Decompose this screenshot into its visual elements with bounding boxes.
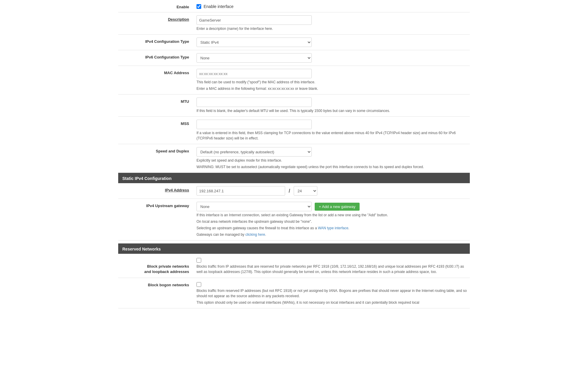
- mac-address-content: This field can be used to modify ("spoof…: [195, 69, 470, 91]
- mss-help: If a value is entered in this field, the…: [196, 130, 470, 141]
- speed-duplex-content: Default (no preference, typically autose…: [195, 147, 470, 170]
- enable-content: Enable interface: [195, 3, 470, 9]
- mac-address-help2: Enter a MAC address in the following for…: [196, 86, 470, 91]
- description-input[interactable]: GameServer: [196, 15, 312, 25]
- ipv6-config-type-select[interactable]: None Static IPv6 DHCPv6 SLAAC 6rd Tunnel…: [196, 53, 312, 63]
- description-help: Enter a description (name) for the inter…: [196, 26, 470, 31]
- block-bogon-checkbox[interactable]: [196, 282, 201, 287]
- gateway-help6-text: .: [265, 233, 266, 237]
- gateway-help5-text: Gateways can be managed by: [196, 233, 245, 237]
- block-private-label: Block private networks and loopback addr…: [118, 257, 195, 275]
- ipv4-config-type-select[interactable]: Static IPv4 None DHCP PPP PPPoE L2TP PPT…: [196, 38, 312, 47]
- description-row: Description GameServer Enter a descripti…: [118, 12, 470, 35]
- speed-duplex-help1: Explicitly set speed and duplex mode for…: [196, 158, 470, 163]
- ipv6-config-type-content: None Static IPv6 DHCPv6 SLAAC 6rd Tunnel…: [195, 53, 470, 63]
- gateway-help3: Selecting an upstream gateway causes the…: [196, 225, 470, 231]
- gateway-help1: If this interface is an Internet connect…: [196, 212, 470, 218]
- block-private-row: Block private networks and loopback addr…: [118, 254, 470, 278]
- ipv4-slash: /: [287, 188, 291, 194]
- block-private-content: Blocks traffic from IP addresses that ar…: [195, 257, 470, 274]
- mac-address-row: MAC Address This field can be used to mo…: [118, 66, 470, 95]
- enable-checkbox-label: Enable interface: [204, 4, 233, 9]
- gateway-help5: Gateways can be managed by clicking here…: [196, 232, 470, 237]
- gateway-help3-text: Selecting an upstream gateway causes the…: [196, 226, 318, 230]
- block-private-checkbox[interactable]: [196, 258, 201, 263]
- description-content: GameServer Enter a description (name) fo…: [195, 15, 470, 31]
- ipv4-address-input[interactable]: 192.168.247.1: [196, 186, 285, 196]
- ipv4-config-type-row: IPv4 Configuration Type Static IPv4 None…: [118, 35, 470, 50]
- ipv4-upstream-gateway-label: IPv4 Upstream gateway: [118, 202, 195, 208]
- block-bogon-label: Block bogon networks: [118, 281, 195, 287]
- add-gateway-button[interactable]: + Add a new gateway: [315, 203, 360, 211]
- reserved-networks-header: Reserved Networks: [118, 244, 470, 254]
- ipv6-config-type-row: IPv6 Configuration Type None Static IPv6…: [118, 50, 470, 66]
- block-bogon-help1: Blocks traffic from reserved IP addresse…: [196, 288, 470, 299]
- speed-duplex-help2: WARNING: MUST be set to autoselect (auto…: [196, 164, 470, 170]
- block-private-help: Blocks traffic from IP addresses that ar…: [196, 264, 470, 274]
- ipv4-config-type-label: IPv4 Configuration Type: [118, 38, 195, 44]
- ipv6-config-type-label: IPv6 Configuration Type: [118, 53, 195, 59]
- enable-label: Enable: [118, 3, 195, 9]
- mac-address-input[interactable]: [196, 69, 312, 78]
- ipv4-upstream-gateway-row: IPv4 Upstream gateway None + Add a new g…: [118, 199, 470, 240]
- static-ipv4-header: Static IPv4 Configuration: [118, 174, 470, 183]
- ipv4-address-label: IPv4 Address: [118, 186, 195, 192]
- block-bogon-help2: This option should only be used on exter…: [196, 300, 470, 305]
- gateway-help2: On local area network interfaces the ups…: [196, 219, 470, 224]
- mac-address-help1: This field can be used to modify ("spoof…: [196, 79, 470, 85]
- clicking-here-link[interactable]: clicking here: [245, 233, 265, 237]
- mss-input[interactable]: [196, 120, 312, 129]
- ipv4-address-row: IPv4 Address 192.168.247.1 / 1234 5678 9…: [118, 183, 470, 199]
- block-bogon-row: Block bogon networks Blocks traffic from…: [118, 278, 470, 308]
- static-ipv4-section: Static IPv4 Configuration IPv4 Address 1…: [118, 173, 470, 240]
- speed-duplex-row: Speed and Duplex Default (no preference,…: [118, 144, 470, 173]
- mtu-input[interactable]: [196, 97, 312, 107]
- enable-checkbox[interactable]: [196, 4, 201, 9]
- block-bogon-content: Blocks traffic from reserved IP addresse…: [195, 281, 470, 305]
- mtu-label: MTU: [118, 97, 195, 104]
- reserved-networks-section: Reserved Networks Block private networks…: [118, 243, 470, 308]
- mss-row: MSS If a value is entered in this field,…: [118, 117, 470, 144]
- mtu-row: MTU If this field is blank, the adapter'…: [118, 95, 470, 117]
- enable-row: Enable Enable interface: [118, 0, 470, 12]
- mss-label: MSS: [118, 120, 195, 126]
- ipv4-cidr-select[interactable]: 1234 5678 9101112 13141516 17181920 2122…: [294, 186, 317, 196]
- wan-type-interface-link[interactable]: WAN type interface: [318, 226, 348, 230]
- description-label: Description: [118, 15, 195, 22]
- ipv4-address-content: 192.168.247.1 / 1234 5678 9101112 131415…: [195, 186, 470, 196]
- ipv4-upstream-gateway-content: None + Add a new gateway If this interfa…: [195, 202, 470, 237]
- speed-duplex-select[interactable]: Default (no preference, typically autose…: [196, 147, 312, 157]
- speed-duplex-label: Speed and Duplex: [118, 147, 195, 153]
- mac-address-label: MAC Address: [118, 69, 195, 75]
- gateway-help4-text: .: [348, 226, 349, 230]
- ipv4-upstream-gateway-select[interactable]: None: [196, 202, 312, 211]
- mtu-content: If this field is blank, the adapter's de…: [195, 97, 470, 113]
- mtu-help: If this field is blank, the adapter's de…: [196, 108, 470, 113]
- mss-content: If a value is entered in this field, the…: [195, 120, 470, 141]
- ipv4-config-type-content: Static IPv4 None DHCP PPP PPPoE L2TP PPT…: [195, 38, 470, 47]
